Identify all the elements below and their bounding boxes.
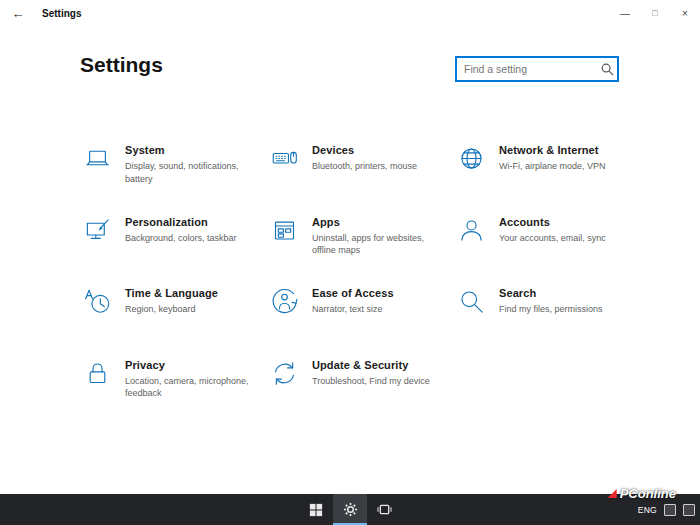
search-input[interactable]: [457, 63, 597, 75]
search-icon[interactable]: [597, 63, 617, 76]
category-name: Update & Security: [312, 359, 430, 371]
category-description: Bluetooth, printers, mouse: [312, 160, 417, 173]
category-name: Personalization: [125, 216, 237, 228]
category-name: Time & Language: [125, 287, 218, 299]
category-name: Ease of Access: [312, 287, 394, 299]
sync-arrows-icon: [271, 360, 298, 387]
apps-window-icon: [271, 217, 298, 244]
titlebar-title: Settings: [42, 8, 81, 19]
windows-logo-icon: [309, 503, 323, 517]
category-description: Your accounts, email, sync: [499, 232, 606, 245]
system-tray: ENG: [638, 494, 695, 525]
category-description: Background, colors, taskbar: [125, 232, 237, 245]
category-apps[interactable]: Apps Uninstall, apps for websites, offli…: [271, 216, 458, 288]
category-update-security[interactable]: Update & Security Troubleshoot, Find my …: [271, 359, 458, 431]
person-icon: [458, 217, 485, 244]
category-personalization[interactable]: Personalization Background, colors, task…: [84, 216, 271, 288]
display-brush-icon: [84, 217, 111, 244]
category-description: Narrator, text size: [312, 303, 394, 316]
gear-icon: [343, 502, 358, 517]
category-name: Apps: [312, 216, 444, 228]
lock-icon: [84, 360, 111, 387]
magnifier-icon: [458, 288, 485, 315]
language-indicator[interactable]: ENG: [638, 505, 657, 515]
search-box: [455, 56, 619, 82]
titlebar: ← Settings — □ ×: [0, 0, 700, 26]
settings-taskbar-button[interactable]: [333, 494, 367, 525]
globe-icon: [458, 145, 485, 172]
start-button[interactable]: [299, 494, 333, 525]
category-name: Network & Internet: [499, 144, 606, 156]
keyboard-mouse-icon: [271, 145, 298, 172]
taskbar-buttons: [299, 494, 401, 525]
back-arrow-icon: ←: [12, 6, 25, 21]
category-name: Privacy: [125, 359, 257, 371]
taskbar: ENG: [0, 494, 700, 525]
category-accounts[interactable]: Accounts Your accounts, email, sync: [458, 216, 645, 288]
category-name: Devices: [312, 144, 417, 156]
accessibility-icon: [271, 288, 298, 315]
settings-window: ← Settings — □ × Settings System Display…: [0, 0, 700, 525]
category-ease-of-access[interactable]: Ease of Access Narrator, text size: [271, 287, 458, 359]
task-view-icon: [377, 503, 392, 516]
category-description: Find my files, permissions: [499, 303, 603, 316]
clock-language-icon: [84, 288, 111, 315]
page-title: Settings: [80, 53, 163, 77]
category-description: Region, keyboard: [125, 303, 218, 316]
category-description: Troubleshoot, Find my device: [312, 375, 430, 388]
category-system[interactable]: System Display, sound, notifications, ba…: [84, 144, 271, 216]
window-controls: — □ ×: [610, 0, 700, 26]
category-privacy[interactable]: Privacy Location, camera, microphone, fe…: [84, 359, 271, 431]
category-description: Uninstall, apps for websites, offline ma…: [312, 232, 444, 257]
category-time-language[interactable]: Time & Language Region, keyboard: [84, 287, 271, 359]
maximize-button[interactable]: □: [640, 0, 670, 26]
laptop-icon: [84, 145, 111, 172]
category-grid: System Display, sound, notifications, ba…: [84, 144, 645, 430]
category-network[interactable]: Network & Internet Wi-Fi, airplane mode,…: [458, 144, 645, 216]
category-description: Location, camera, microphone, feedback: [125, 375, 257, 400]
category-search[interactable]: Search Find my files, permissions: [458, 287, 645, 359]
notification-icon[interactable]: [683, 504, 695, 516]
back-button[interactable]: ←: [0, 0, 36, 26]
category-description: Display, sound, notifications, battery: [125, 160, 257, 185]
category-name: System: [125, 144, 257, 156]
task-view-button[interactable]: [367, 494, 401, 525]
ime-icon[interactable]: [664, 504, 676, 516]
category-name: Search: [499, 287, 603, 299]
category-description: Wi-Fi, airplane mode, VPN: [499, 160, 606, 173]
minimize-button[interactable]: —: [610, 0, 640, 26]
category-name: Accounts: [499, 216, 606, 228]
category-devices[interactable]: Devices Bluetooth, printers, mouse: [271, 144, 458, 216]
close-button[interactable]: ×: [670, 0, 700, 26]
